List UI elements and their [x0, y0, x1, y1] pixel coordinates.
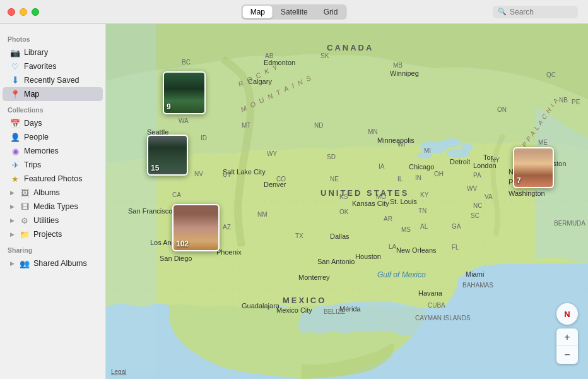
- sidebar-item-albums[interactable]: ▶ 🖼 Albums: [3, 186, 103, 200]
- compass-button[interactable]: N: [556, 303, 578, 325]
- utilities-icon: ⚙: [20, 215, 30, 226]
- close-button[interactable]: [8, 8, 15, 16]
- sidebar-item-people-label: People: [24, 133, 49, 141]
- people-icon: 👤: [10, 132, 20, 142]
- sidebar-item-memories[interactable]: ◉ Memories: [3, 144, 103, 158]
- title-bar: Map Satellite Grid 🔍: [0, 0, 588, 24]
- sidebar-item-projects-label: Projects: [33, 230, 62, 239]
- search-input[interactable]: [510, 8, 573, 16]
- zoom-in-button[interactable]: +: [556, 328, 578, 346]
- albums-icon: 🖼: [20, 188, 30, 198]
- sidebar-item-library[interactable]: 📷 Library: [3, 45, 103, 59]
- sidebar-item-utilities-label: Utilities: [33, 216, 59, 225]
- shared-albums-icon: 👥: [20, 258, 30, 268]
- utilities-arrow-icon: ▶: [10, 217, 15, 224]
- svg-point-5: [447, 149, 469, 158]
- svg-point-6: [417, 152, 432, 159]
- sidebar-item-recently-saved[interactable]: ⬇ Recently Saved: [3, 73, 103, 87]
- sidebar-item-featured-photos-label: Featured Photos: [24, 174, 82, 183]
- shared-albums-arrow-icon: ▶: [10, 260, 15, 267]
- svg-point-3: [442, 138, 461, 147]
- trips-icon: ✈: [10, 160, 20, 170]
- view-toggle-group: Map Satellite Grid: [242, 4, 347, 20]
- map-controls: N + −: [556, 303, 578, 364]
- grid-view-button[interactable]: Grid: [316, 6, 346, 18]
- maximize-button[interactable]: [32, 8, 39, 16]
- app-body: Photos 📷 Library ♡ Favorites ⬇ Recently …: [0, 24, 588, 379]
- media-types-arrow-icon: ▶: [10, 203, 15, 210]
- sidebar-item-recently-saved-label: Recently Saved: [24, 76, 79, 85]
- photo-pin-pin-sf[interactable]: 102: [172, 204, 220, 251]
- sidebar-item-favorites[interactable]: ♡ Favorites: [3, 59, 103, 73]
- sidebar-item-utilities[interactable]: ▶ ⚙ Utilities: [3, 214, 103, 227]
- memories-icon: ◉: [10, 146, 20, 156]
- sidebar-item-map[interactable]: 📍 Map: [3, 87, 103, 101]
- view-toggle: Map Satellite Grid: [242, 4, 347, 20]
- library-icon: 📷: [10, 47, 20, 57]
- sidebar: Photos 📷 Library ♡ Favorites ⬇ Recently …: [0, 24, 106, 379]
- sidebar-item-favorites-label: Favorites: [24, 62, 56, 71]
- sidebar-item-people[interactable]: 👤 People: [3, 130, 103, 144]
- albums-arrow-icon: ▶: [10, 190, 15, 196]
- photo-pin-pin-bc[interactable]: 9: [163, 71, 206, 114]
- legal-link[interactable]: Legal: [111, 368, 126, 375]
- sidebar-item-days[interactable]: 📅 Days: [3, 116, 103, 130]
- minimize-button[interactable]: [20, 8, 27, 16]
- days-icon: 📅: [10, 118, 20, 128]
- sidebar-item-media-types-label: Media Types: [33, 202, 78, 211]
- svg-rect-1: [106, 24, 156, 379]
- featured-photos-icon: ★: [10, 174, 20, 184]
- favorites-icon: ♡: [10, 61, 20, 71]
- photo-pin-pin-wa[interactable]: 15: [147, 135, 188, 176]
- sidebar-item-albums-label: Albums: [33, 188, 60, 197]
- satellite-view-button[interactable]: Satellite: [273, 6, 315, 18]
- sidebar-item-shared-albums-label: Shared Albums: [33, 259, 87, 268]
- sidebar-item-map-label: Map: [24, 90, 39, 99]
- sidebar-item-days-label: Days: [24, 119, 42, 128]
- sidebar-item-memories-label: Memories: [24, 147, 59, 155]
- sidebar-item-shared-albums[interactable]: ▶ 👥 Shared Albums: [3, 256, 103, 270]
- collections-section-label: Collections: [0, 101, 105, 116]
- map-area[interactable]: CANADAUNITED STATESMEXICOEdmontonCalgary…: [106, 24, 588, 379]
- map-view-button[interactable]: Map: [243, 6, 273, 18]
- zoom-buttons: + −: [556, 328, 578, 364]
- zoom-out-button[interactable]: −: [556, 346, 578, 364]
- search-icon: 🔍: [498, 8, 507, 16]
- sidebar-item-trips-label: Trips: [24, 160, 41, 169]
- sidebar-item-media-types[interactable]: ▶ 🎞 Media Types: [3, 200, 103, 214]
- projects-icon: 📁: [20, 229, 30, 239]
- photo-pin-pin-ny[interactable]: 7: [513, 147, 554, 188]
- traffic-lights: [8, 8, 39, 16]
- recently-saved-icon: ⬇: [10, 75, 20, 85]
- map-icon: 📍: [10, 89, 20, 99]
- sidebar-item-library-label: Library: [24, 48, 48, 57]
- projects-arrow-icon: ▶: [10, 231, 15, 238]
- photos-section-label: Photos: [0, 30, 105, 45]
- sidebar-item-trips[interactable]: ✈ Trips: [3, 158, 103, 172]
- media-types-icon: 🎞: [20, 202, 30, 212]
- sidebar-item-featured-photos[interactable]: ★ Featured Photos: [3, 172, 103, 186]
- search-bar[interactable]: 🔍: [493, 6, 578, 18]
- sharing-section-label: Sharing: [0, 241, 105, 256]
- sidebar-item-projects[interactable]: ▶ 📁 Projects: [3, 227, 103, 241]
